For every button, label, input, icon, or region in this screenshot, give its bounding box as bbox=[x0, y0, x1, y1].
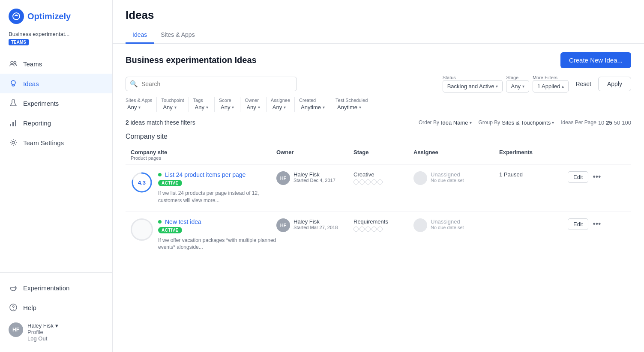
star-1 bbox=[353, 227, 359, 232]
chevron-down-icon: ▾ bbox=[284, 105, 286, 110]
chevron-down-icon: ▾ bbox=[552, 120, 554, 125]
active-dot-1 bbox=[158, 173, 162, 176]
logo-area: Optimizely bbox=[0, 0, 112, 31]
sidebar-item-label-help: Help bbox=[23, 304, 36, 311]
owner-cell-2: HF Haley Fisk Started Mar 27, 2018 bbox=[276, 218, 353, 232]
sidebar-item-label-reporting: Reporting bbox=[23, 119, 51, 127]
tab-sites-apps[interactable]: Sites & Apps bbox=[154, 27, 201, 44]
idea-name-2[interactable]: New test idea bbox=[165, 218, 201, 225]
workspace-name: Business experimentat... bbox=[9, 31, 104, 37]
order-by-control: Order By Idea Name ▾ bbox=[419, 119, 472, 126]
star-4 bbox=[371, 227, 377, 232]
apply-button[interactable]: Apply bbox=[598, 77, 631, 91]
per-page-10[interactable]: 10 bbox=[598, 119, 604, 126]
assignee-avatar-1 bbox=[413, 171, 427, 185]
idea-name-1[interactable]: List 24 product items per page bbox=[165, 171, 246, 178]
assignee-name-1: Unassigned bbox=[431, 171, 464, 178]
per-page-100[interactable]: 100 bbox=[622, 119, 631, 126]
score-filter[interactable]: Score Any ▾ bbox=[219, 98, 236, 111]
sidebar-item-label-ideas: Ideas bbox=[23, 80, 39, 87]
edit-button-1[interactable]: Edit bbox=[568, 171, 588, 183]
sidebar-item-teams[interactable]: Teams bbox=[0, 54, 112, 74]
page-header: Ideas Ideas Sites & Apps bbox=[113, 0, 644, 44]
touchpoint-filter[interactable]: Touchpoint Any ▾ bbox=[161, 98, 184, 111]
chevron-down-icon: ▾ bbox=[232, 105, 234, 110]
stage-cell-1: Creative bbox=[353, 171, 413, 185]
user-name: Haley Fisk ▾ bbox=[27, 322, 58, 329]
col-header-actions bbox=[568, 149, 611, 161]
owner-name-2: Haley Fisk bbox=[294, 218, 338, 225]
per-page-options: 10 25 50 100 bbox=[598, 119, 631, 126]
score-circle-2 bbox=[131, 218, 153, 241]
group-section: Company site Company site Product pages … bbox=[126, 133, 631, 258]
sidebar-item-reporting[interactable]: Reporting bbox=[0, 113, 112, 133]
star-3 bbox=[365, 227, 371, 232]
score-value-1: 4.3 bbox=[138, 179, 146, 186]
chevron-down-icon: ▾ bbox=[359, 105, 361, 110]
status-badge-1: ACTIVE bbox=[158, 180, 182, 186]
col-header-stage: Stage bbox=[353, 149, 413, 161]
profile-link[interactable]: Profile bbox=[27, 329, 58, 335]
sidebar-item-experimentation[interactable]: Experimentation bbox=[0, 278, 112, 298]
star-2 bbox=[359, 227, 365, 232]
more-filters[interactable]: More Filters 1 Applied ▴ bbox=[533, 75, 569, 92]
per-page-control: Ideas Per Page 10 25 50 100 bbox=[561, 119, 631, 126]
assignee-cell-1: Unassigned No due date set bbox=[413, 171, 499, 185]
table-row: 4.3 List 24 product items per page ACTIV… bbox=[126, 164, 631, 212]
workspace-info: Business experimentat... TEAMS bbox=[0, 31, 112, 51]
sidebar: Optimizely Business experimentat... TEAM… bbox=[0, 0, 113, 352]
table-row: New test idea ACTIVE If we offer vacatio… bbox=[126, 212, 631, 259]
star-1 bbox=[353, 179, 359, 185]
sidebar-item-label-teams: Teams bbox=[23, 60, 42, 68]
sidebar-item-experiments[interactable]: Experiments bbox=[0, 93, 112, 113]
idea-info-1: List 24 product items per page ACTIVE If… bbox=[158, 171, 276, 204]
idea-desc-2: If we offer vacation packages *with mult… bbox=[158, 237, 276, 251]
svg-rect-7 bbox=[15, 120, 16, 126]
group-by-dropdown[interactable]: Sites & Touchpoints ▾ bbox=[502, 119, 554, 126]
assignee-filter[interactable]: Assignee Any ▾ bbox=[271, 98, 290, 111]
per-page-50[interactable]: 50 bbox=[614, 119, 620, 126]
order-by-dropdown[interactable]: Idea Name ▾ bbox=[441, 119, 472, 126]
create-idea-button[interactable]: Create New Idea... bbox=[560, 52, 631, 68]
svg-point-8 bbox=[12, 141, 15, 144]
sites-apps-filter[interactable]: Sites & Apps Any ▾ bbox=[126, 98, 152, 111]
sidebar-item-ideas[interactable]: Ideas bbox=[0, 74, 112, 93]
star-2 bbox=[359, 179, 365, 185]
stage-stars-1 bbox=[353, 179, 413, 185]
filters-row1: 🔍 Status Backlog and Active ▾ Stage Any … bbox=[126, 75, 631, 92]
actions-cell-2: Edit ••• bbox=[568, 218, 611, 230]
test-scheduled-filter[interactable]: Test Scheduled Anytime ▾ bbox=[335, 98, 368, 111]
search-input[interactable] bbox=[126, 77, 297, 91]
logo-icon bbox=[9, 9, 24, 24]
sidebar-item-team-settings[interactable]: Team Settings bbox=[0, 133, 112, 152]
more-menu-button-2[interactable]: ••• bbox=[591, 219, 602, 230]
per-page-25[interactable]: 25 bbox=[606, 119, 612, 126]
user-details: Haley Fisk ▾ Profile Log Out bbox=[27, 322, 58, 342]
col-header-assignee: Assignee bbox=[413, 149, 499, 161]
logout-link[interactable]: Log Out bbox=[27, 335, 58, 342]
star-3 bbox=[365, 179, 371, 185]
idea-score-cell-2: New test idea ACTIVE If we offer vacatio… bbox=[131, 218, 276, 251]
svg-rect-6 bbox=[12, 122, 14, 126]
chevron-down-icon: ▾ bbox=[174, 105, 177, 110]
actions-cell-1: Edit ••• bbox=[568, 171, 611, 183]
tags-filter[interactable]: Tags Any ▾ bbox=[193, 98, 210, 111]
col-header-experiments: Experiments bbox=[499, 149, 568, 161]
created-filter[interactable]: Created Anytime ▾ bbox=[299, 98, 326, 111]
filters-row2: Sites & Apps Any ▾ Touchpoint Any ▾ Tags… bbox=[126, 97, 631, 112]
main-content: Ideas Ideas Sites & Apps Business experi… bbox=[113, 0, 644, 352]
logo-text: Optimizely bbox=[27, 12, 71, 21]
edit-button-2[interactable]: Edit bbox=[568, 218, 588, 230]
star-5 bbox=[377, 227, 383, 232]
owner-filter[interactable]: Owner Any ▾ bbox=[245, 98, 261, 111]
sidebar-item-help[interactable]: Help bbox=[0, 298, 112, 317]
status-badge-2: ACTIVE bbox=[158, 227, 182, 233]
more-menu-button-1[interactable]: ••• bbox=[591, 172, 602, 182]
tab-ideas[interactable]: Ideas bbox=[126, 27, 154, 44]
stage-filter[interactable]: Stage Any ▾ bbox=[506, 75, 529, 92]
reset-button[interactable]: Reset bbox=[572, 77, 595, 91]
svg-point-4 bbox=[11, 81, 15, 85]
status-filter[interactable]: Status Backlog and Active ▾ bbox=[443, 75, 503, 92]
owner-date-2: Started Mar 27, 2018 bbox=[294, 225, 338, 230]
svg-rect-5 bbox=[10, 124, 11, 126]
